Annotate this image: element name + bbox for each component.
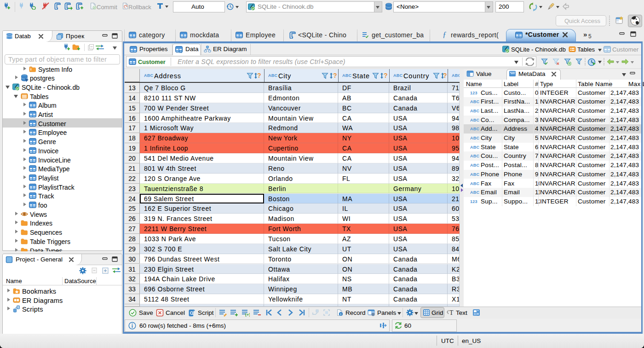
svg-text:T: T [449,309,454,316]
svg-text:(+): (+) [245,313,250,317]
svg-text:i: i [340,312,341,316]
